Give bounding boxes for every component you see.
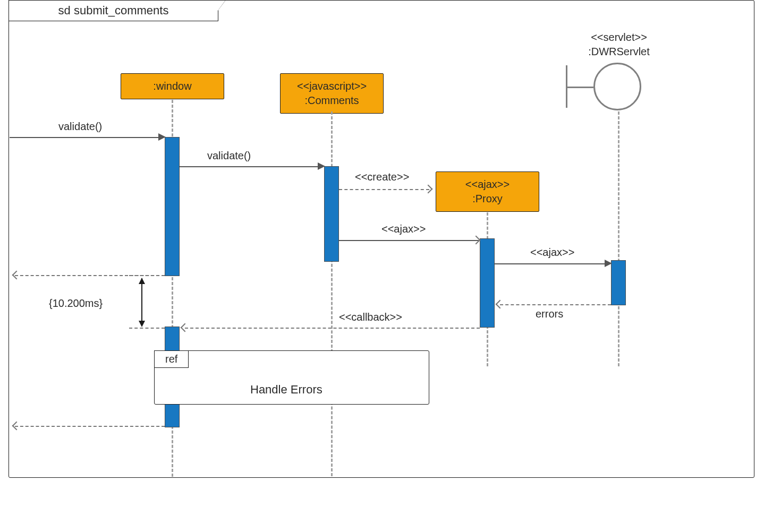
return-final-line	[15, 426, 165, 427]
message-create-proxy: <<create>>	[355, 171, 409, 183]
lifeline-servlet	[618, 111, 619, 366]
message-errors-return: errors	[536, 308, 563, 320]
lifeline-proxy-head: <<ajax>> :Proxy	[436, 171, 539, 212]
lifeline-comments-stereotype: <<javascript>>	[297, 80, 367, 92]
ref-text: Handle Errors	[250, 383, 322, 397]
message-validate-to-comments: validate()	[207, 150, 251, 162]
duration-label: {10.200ms}	[49, 297, 103, 310]
duration-line	[141, 278, 142, 325]
lifeline-window-head: :window	[121, 73, 224, 99]
ref-tag-label: ref	[165, 353, 177, 365]
frame-title: sd submit_comments	[9, 0, 218, 21]
message-callback-return: <<callback>>	[339, 311, 402, 323]
message-ajax-to-servlet-arrow	[605, 260, 612, 267]
message-validate-found: validate()	[58, 121, 102, 133]
message-validate-found-line	[10, 137, 164, 138]
message-validate-found-arrow	[158, 133, 166, 141]
message-errors-return-line	[500, 304, 611, 305]
lifeline-comments-head: <<javascript>> :Comments	[280, 73, 384, 114]
message-ajax-to-proxy: <<ajax>>	[381, 223, 426, 235]
message-ajax-to-servlet: <<ajax>>	[530, 246, 574, 259]
activation-comments	[324, 166, 339, 262]
boundary-name: :DWRServlet	[558, 46, 680, 58]
boundary-stereotype: <<servlet>>	[558, 31, 680, 44]
duration-top-boundary	[129, 275, 165, 276]
duration-arrow-down	[139, 321, 145, 327]
lifeline-proxy-stereotype: <<ajax>>	[465, 178, 510, 190]
activation-servlet	[611, 260, 626, 305]
ref-frame: ref Handle Errors	[154, 350, 429, 405]
ref-tag: ref	[154, 350, 189, 368]
message-validate-to-comments-line	[180, 166, 323, 167]
message-create-proxy-line	[339, 189, 429, 190]
message-callback-return-line	[185, 328, 480, 329]
duration-bottom-boundary	[129, 328, 165, 329]
message-validate-to-comments-arrow	[318, 162, 325, 170]
message-ajax-to-servlet-line	[495, 263, 610, 264]
activation-proxy	[480, 238, 495, 328]
lifeline-comments-name: :Comments	[304, 95, 359, 106]
boundary-icon	[566, 63, 661, 113]
lifeline-window-label: :window	[153, 80, 191, 92]
activation-window-main	[165, 137, 180, 276]
message-ajax-to-proxy-line	[339, 240, 479, 241]
lifeline-proxy-name: :Proxy	[472, 193, 503, 204]
